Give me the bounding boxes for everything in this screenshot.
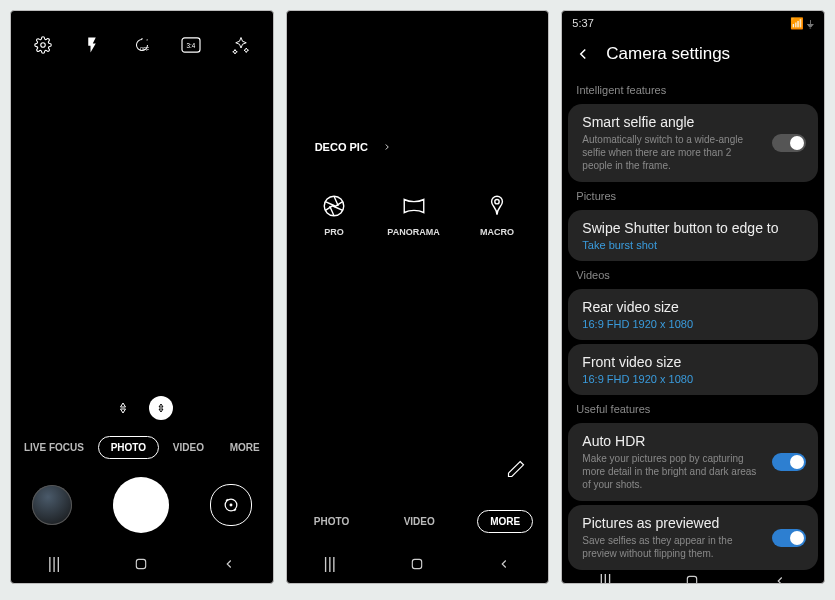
setting-value: Take burst shot xyxy=(582,239,804,251)
extra-modes-grid: PRO PANORAMA MACRO xyxy=(287,193,549,237)
mode-selector: PHOTO VIDEO MORE xyxy=(287,510,549,533)
setting-swipe-shutter[interactable]: Swipe Shutter button to edge to Take bur… xyxy=(568,210,818,261)
setting-title: Pictures as previewed xyxy=(582,515,804,531)
back-button[interactable] xyxy=(773,574,787,584)
camera-settings-screen: 5:37 📶 ⏚ Camera settings Intelligent fea… xyxy=(561,10,825,584)
mode-photo[interactable]: PHOTO xyxy=(98,436,159,459)
gallery-thumbnail[interactable] xyxy=(32,485,72,525)
home-button[interactable] xyxy=(134,557,148,571)
back-icon[interactable] xyxy=(574,45,592,63)
macro-icon xyxy=(484,193,510,219)
home-button[interactable] xyxy=(685,574,699,584)
toggle-auto-hdr[interactable] xyxy=(772,453,806,471)
settings-icon[interactable] xyxy=(31,33,55,57)
section-pictures: Pictures xyxy=(562,184,824,208)
android-nav-bar: ||| xyxy=(287,545,549,583)
setting-smart-selfie-angle[interactable]: Smart selfie angle Automatically switch … xyxy=(568,104,818,182)
setting-title: Auto HDR xyxy=(582,433,804,449)
status-icons: 📶 ⏚ xyxy=(790,17,814,30)
setting-title: Swipe Shutter button to edge to xyxy=(582,220,804,236)
recent-apps-button[interactable]: ||| xyxy=(324,555,336,573)
svg-text:OFF: OFF xyxy=(139,47,149,52)
chevron-right-icon xyxy=(382,142,392,152)
mode-macro-label: MACRO xyxy=(480,227,514,237)
recent-apps-button[interactable]: ||| xyxy=(599,572,611,584)
panorama-icon xyxy=(401,193,427,219)
switch-camera-button[interactable] xyxy=(210,484,252,526)
section-useful: Useful features xyxy=(562,397,824,421)
settings-header: Camera settings xyxy=(562,36,824,78)
setting-desc: Save selfies as they appear in the previ… xyxy=(582,534,804,560)
mode-video[interactable]: VIDEO xyxy=(161,437,216,458)
flash-auto-icon[interactable] xyxy=(80,33,104,57)
viewfinder[interactable] xyxy=(11,57,273,396)
setting-value: 16:9 FHD 1920 x 1080 xyxy=(582,373,804,385)
svg-point-0 xyxy=(41,43,46,48)
setting-rear-video-size[interactable]: Rear video size 16:9 FHD 1920 x 1080 xyxy=(568,289,818,340)
filters-icon[interactable] xyxy=(229,33,253,57)
setting-pictures-as-previewed[interactable]: Pictures as previewed Save selfies as th… xyxy=(568,505,818,570)
setting-auto-hdr[interactable]: Auto HDR Make your pictures pop by captu… xyxy=(568,423,818,501)
mode-more[interactable]: MORE xyxy=(218,437,272,458)
mode-selector: LIVE FOCUS PHOTO VIDEO MORE xyxy=(11,436,273,459)
zoom-normal-button[interactable] xyxy=(149,396,173,420)
zoom-selector xyxy=(11,396,273,420)
back-button[interactable] xyxy=(222,557,236,571)
aspect-ratio-button[interactable]: 3:4 xyxy=(179,33,203,57)
setting-title: Front video size xyxy=(582,354,804,370)
svg-rect-9 xyxy=(412,559,421,568)
svg-point-8 xyxy=(495,200,499,204)
setting-title: Rear video size xyxy=(582,299,804,315)
svg-rect-6 xyxy=(136,559,145,568)
svg-point-5 xyxy=(230,504,232,506)
setting-desc: Make your pictures pop by capturing more… xyxy=(582,452,804,491)
camera-bottom-bar xyxy=(11,465,273,545)
setting-value: 16:9 FHD 1920 x 1080 xyxy=(582,318,804,330)
back-button[interactable] xyxy=(497,557,511,571)
svg-rect-10 xyxy=(688,576,697,584)
aperture-icon xyxy=(321,193,347,219)
setting-title: Smart selfie angle xyxy=(582,114,804,130)
deco-pic-row[interactable]: DECO PIC xyxy=(315,141,549,153)
clock: 5:37 xyxy=(572,17,593,30)
setting-front-video-size[interactable]: Front video size 16:9 FHD 1920 x 1080 xyxy=(568,344,818,395)
svg-text:3:4: 3:4 xyxy=(187,42,196,49)
recent-apps-button[interactable]: ||| xyxy=(48,555,60,573)
mode-pro[interactable]: PRO xyxy=(321,193,347,237)
mode-video[interactable]: VIDEO xyxy=(392,511,447,532)
section-intelligent: Intelligent features xyxy=(562,78,824,102)
page-title: Camera settings xyxy=(606,44,730,64)
mode-macro[interactable]: MACRO xyxy=(480,193,514,237)
mode-pro-label: PRO xyxy=(324,227,344,237)
toggle-smart-selfie[interactable] xyxy=(772,134,806,152)
zoom-wide-button[interactable] xyxy=(111,396,135,420)
camera-main-screen: OFF 3:4 LIVE FOCUS PHOTO VIDEO MORE ||| xyxy=(10,10,274,584)
home-button[interactable] xyxy=(410,557,424,571)
android-nav-bar: ||| xyxy=(562,572,824,584)
timer-off-icon[interactable]: OFF xyxy=(130,33,154,57)
android-nav-bar: ||| xyxy=(11,545,273,583)
section-videos: Videos xyxy=(562,263,824,287)
shutter-button[interactable] xyxy=(113,477,169,533)
mode-photo[interactable]: PHOTO xyxy=(302,511,361,532)
setting-desc: Automatically switch to a wide-angle sel… xyxy=(582,133,804,172)
mode-more[interactable]: MORE xyxy=(477,510,533,533)
mode-live-focus[interactable]: LIVE FOCUS xyxy=(12,437,96,458)
mode-panorama-label: PANORAMA xyxy=(387,227,439,237)
deco-pic-label: DECO PIC xyxy=(315,141,368,153)
mode-panorama[interactable]: PANORAMA xyxy=(387,193,439,237)
toggle-pictures-previewed[interactable] xyxy=(772,529,806,547)
camera-top-toolbar: OFF 3:4 xyxy=(11,11,273,57)
status-bar: 5:37 📶 ⏚ xyxy=(562,11,824,36)
edit-modes-button[interactable] xyxy=(506,459,526,479)
camera-more-screen: DECO PIC PRO PANORAMA MACRO PHOTO VIDEO … xyxy=(286,10,550,584)
